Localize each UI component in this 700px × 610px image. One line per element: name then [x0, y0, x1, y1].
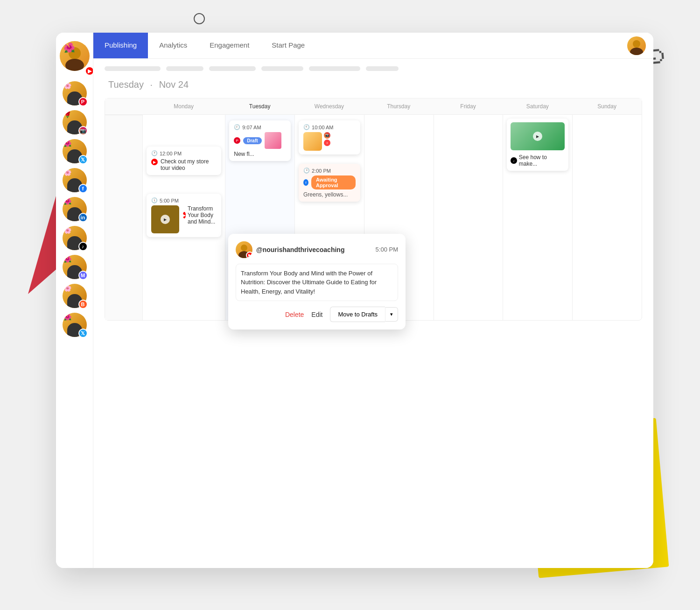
- saturday-event-label: ♪ See how to make...: [511, 154, 565, 167]
- wed-ig-badges: 📷 +: [324, 132, 330, 151]
- yt-icon-small: ▶: [183, 212, 186, 218]
- monday-5pm-text-wrap: ▶ Transform Your Body and Mind...: [183, 205, 217, 225]
- sidebar-account-facebook[interactable]: 🌸 f: [63, 168, 87, 192]
- monday-5pm-content: ▶ ▶ Transform Your Body and Mind...: [151, 205, 217, 233]
- popup-username: @nourishandthrivecoaching: [256, 246, 344, 253]
- popup-edit-button[interactable]: Edit: [311, 311, 322, 318]
- header-wednesday: Wednesday: [294, 98, 364, 115]
- sunday-column: [572, 115, 642, 320]
- sidebar: 🌺 ▶ 🌸 P 🌹 📷 🌺 𝕏 🌸: [56, 33, 93, 568]
- filter-pill-5[interactable]: [309, 66, 360, 71]
- tiktok-icon-event: ♪: [511, 157, 517, 164]
- popup-actions: Delete Edit Move to Drafts ▾: [236, 307, 398, 322]
- tuesday-morning-time: 🕘 9:07 AM: [234, 124, 286, 130]
- svg-point-2: [65, 59, 84, 71]
- monday-noon-text: ▶ Check out my store tour video: [151, 158, 217, 171]
- monday-noon-event[interactable]: 🕐 12:00 PM ▶ Check out my store tour vid…: [147, 147, 221, 175]
- popup-user: ▶ @nourishandthrivecoaching: [236, 241, 344, 258]
- monday-noon-time: 🕐 12:00 PM: [151, 150, 217, 156]
- wednesday-2pm-event[interactable]: 🕑 2:00 PM f Awaiting Approval Greens, ye…: [299, 164, 360, 202]
- svg-point-4: [633, 40, 640, 48]
- mastodon-badge: M: [78, 271, 88, 280]
- friday-column: [434, 115, 503, 320]
- facebook-badge: f: [78, 184, 88, 193]
- tab-engagement[interactable]: Engagement: [198, 33, 260, 58]
- saturday-thumb: ▶: [511, 122, 565, 150]
- header-sunday: Sunday: [572, 98, 642, 115]
- popup-draft-arrow-button[interactable]: ▾: [385, 307, 398, 322]
- draft-badge: Draft: [243, 137, 261, 144]
- extra-badge: +: [324, 140, 330, 146]
- popup-delete-button[interactable]: Delete: [285, 311, 304, 318]
- sidebar-account-tiktok[interactable]: 🌸 ♪: [63, 226, 87, 250]
- date-heading: Tuesday · Nov 24: [105, 78, 642, 91]
- header-saturday: Saturday: [503, 98, 572, 115]
- header-monday: Monday: [142, 98, 225, 115]
- main-content: Publishing Analytics Engagement Start Pa…: [93, 33, 653, 568]
- time-column: [105, 115, 142, 320]
- app-container: 🌺 ▶ 🌸 P 🌹 📷 🌺 𝕏 🌸: [56, 33, 653, 568]
- filter-pill-2[interactable]: [166, 66, 203, 71]
- popup-header: ▶ @nourishandthrivecoaching 5:00 PM: [236, 241, 398, 258]
- sidebar-account-pinterest[interactable]: 🌸 P: [63, 81, 87, 105]
- header-thursday: Thursday: [364, 98, 434, 115]
- linkedin-badge: in: [78, 213, 88, 222]
- user-avatar-top[interactable]: [627, 36, 646, 55]
- sidebar-account-twitter2[interactable]: 🌺 𝕏: [63, 313, 87, 337]
- wednesday-10am-event[interactable]: 🕙 10:00 AM 📷 +: [299, 120, 360, 154]
- popup-avatar: ▶: [236, 241, 252, 258]
- calendar-area: Tuesday · Nov 24 Monday Tuesday Wednesda…: [93, 59, 653, 568]
- ig-icon-1: 📷: [324, 132, 330, 139]
- fb-icon-event: f: [303, 179, 308, 186]
- monday-noon-event-wrapper: 🕐 12:00 PM ▶ Check out my store tour vid…: [147, 147, 221, 237]
- clock-icon-4: 🕙: [303, 124, 310, 130]
- filter-bar: [105, 66, 642, 71]
- monday-5pm-event-wrapper: 🕔 5:00 PM ▶ ▶: [147, 194, 221, 237]
- tab-analytics[interactable]: Analytics: [148, 33, 198, 58]
- monday-column: 🕐 12:00 PM ▶ Check out my store tour vid…: [142, 115, 225, 320]
- pinterest-badge: P: [78, 97, 88, 106]
- twitter2-badge: 𝕏: [78, 329, 88, 338]
- filter-pill-6[interactable]: [366, 66, 399, 71]
- popup-draft-main-label[interactable]: Move to Drafts: [330, 307, 385, 322]
- popup-move-to-drafts-button[interactable]: Move to Drafts ▾: [330, 307, 398, 322]
- wed-thumb-1: [303, 132, 322, 151]
- filter-pill-1[interactable]: [105, 66, 161, 71]
- tab-publishing[interactable]: Publishing: [93, 33, 148, 58]
- sidebar-account-twitter[interactable]: 🌺 𝕏: [63, 139, 87, 163]
- sidebar-account-instagram[interactable]: 🌹 📷: [63, 110, 87, 134]
- time-header: [105, 98, 142, 115]
- sidebar-account-main[interactable]: 🌺 ▶: [56, 37, 93, 75]
- filter-pill-4[interactable]: [261, 66, 303, 71]
- top-nav-right: [627, 36, 653, 55]
- calendar-grid: Monday Tuesday Wednesday Thursday Friday…: [105, 98, 642, 321]
- sidebar-account-mastodon[interactable]: 🌺 M: [63, 255, 87, 279]
- saturday-column: ▶ ♪ See how to make...: [503, 115, 572, 320]
- popup-time: 5:00 PM: [376, 246, 398, 253]
- tuesday-morning-event[interactable]: 🕘 9:07 AM P Draft New fl...: [229, 120, 291, 161]
- saturday-event-text: See how to make...: [519, 154, 565, 167]
- youtube-icon-event: ▶: [151, 159, 158, 165]
- play-button: ▶: [161, 215, 170, 224]
- tab-start-page[interactable]: Start Page: [260, 33, 316, 58]
- wednesday-10am-time: 🕙 10:00 AM: [303, 124, 356, 130]
- clock-icon-3: 🕘: [234, 124, 240, 130]
- wednesday-10am-images: 📷 +: [303, 132, 356, 151]
- awaiting-badge: Awaiting Approval: [311, 175, 356, 189]
- instagram-badge: 📷: [78, 126, 88, 135]
- sat-play-btn: ▶: [533, 132, 542, 141]
- sidebar-account-linkedin[interactable]: 🌺 in: [63, 197, 87, 221]
- filter-pill-3[interactable]: [209, 66, 256, 71]
- popup-card[interactable]: ▶ @nourishandthrivecoaching 5:00 PM Tran…: [228, 234, 406, 330]
- youtube-badge: ▶: [85, 66, 94, 76]
- date-day: Tuesday: [108, 79, 144, 90]
- saturday-event[interactable]: ▶ ♪ See how to make...: [507, 119, 568, 171]
- monday-5pm-event[interactable]: 🕔 5:00 PM ▶ ▶: [147, 194, 221, 237]
- awaiting-row: f Awaiting Approval: [303, 175, 356, 189]
- clock-icon: 🕐: [151, 150, 158, 156]
- sidebar-account-blogger[interactable]: 🌸 B: [63, 284, 87, 308]
- decoration-circle-top: [194, 13, 205, 24]
- clock-icon-2: 🕔: [151, 197, 158, 203]
- wednesday-2pm-text: Greens, yellows...: [303, 191, 356, 198]
- monday-5pm-label: ▶ Transform Your Body and Mind...: [183, 205, 217, 225]
